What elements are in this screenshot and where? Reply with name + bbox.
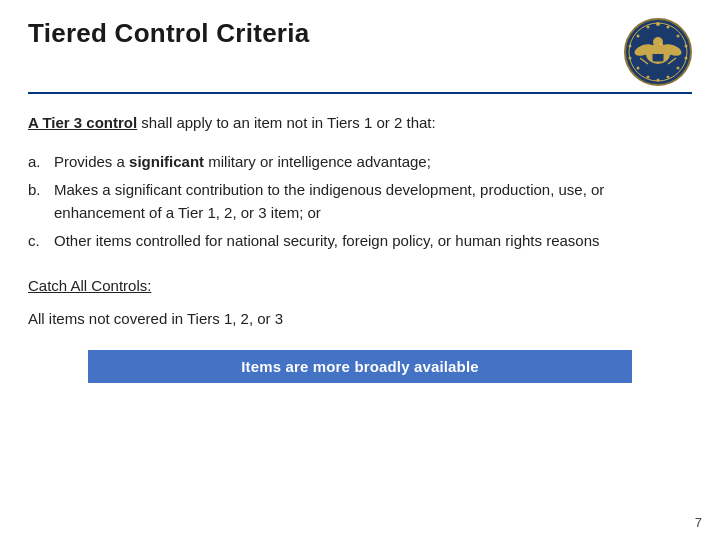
- svg-point-3: [653, 37, 663, 47]
- intro-text: shall apply to an item not in Tiers 1 or…: [137, 114, 436, 131]
- svg-point-13: [647, 26, 650, 29]
- list-label-b: b.: [28, 179, 54, 202]
- slide-header: Tiered Control Criteria: [28, 18, 692, 86]
- svg-point-17: [685, 57, 688, 60]
- list-text-a: Provides a significant military or intel…: [54, 151, 692, 174]
- svg-point-14: [637, 35, 640, 38]
- significant-bold: significant: [129, 153, 204, 170]
- slide-title: Tiered Control Criteria: [28, 18, 309, 49]
- svg-point-15: [629, 45, 632, 48]
- title-divider: [28, 92, 692, 94]
- svg-point-22: [657, 79, 660, 82]
- svg-point-10: [667, 26, 670, 29]
- list-item-a: a. Provides a significant military or in…: [28, 151, 692, 174]
- svg-point-19: [677, 67, 680, 70]
- svg-point-21: [667, 76, 670, 79]
- tier3-label: A Tier 3 control: [28, 114, 137, 131]
- svg-rect-8: [652, 48, 664, 54]
- list-item-b: b. Makes a significant contribution to t…: [28, 179, 692, 224]
- catch-all-text: All items not covered in Tiers 1, 2, or …: [28, 308, 692, 331]
- svg-point-18: [637, 67, 640, 70]
- intro-line: A Tier 3 control shall apply to an item …: [28, 112, 692, 135]
- svg-point-16: [629, 57, 632, 60]
- list-label-c: c.: [28, 230, 54, 253]
- list-label-a: a.: [28, 151, 54, 174]
- list-text-c: Other items controlled for national secu…: [54, 230, 692, 253]
- catch-all-header: Catch All Controls:: [28, 277, 692, 294]
- page-number: 7: [695, 515, 702, 530]
- department-seal: [624, 18, 692, 86]
- svg-point-20: [647, 76, 650, 79]
- list-text-b: Makes a significant contribution to the …: [54, 179, 692, 224]
- criteria-list: a. Provides a significant military or in…: [28, 151, 692, 259]
- svg-point-11: [677, 35, 680, 38]
- slide-content: A Tier 3 control shall apply to an item …: [28, 112, 692, 524]
- svg-point-9: [656, 22, 660, 26]
- slide: Tiered Control Criteria: [0, 0, 720, 540]
- list-item-c: c. Other items controlled for national s…: [28, 230, 692, 253]
- svg-point-12: [685, 45, 688, 48]
- banner: Items are more broadly available: [88, 350, 632, 383]
